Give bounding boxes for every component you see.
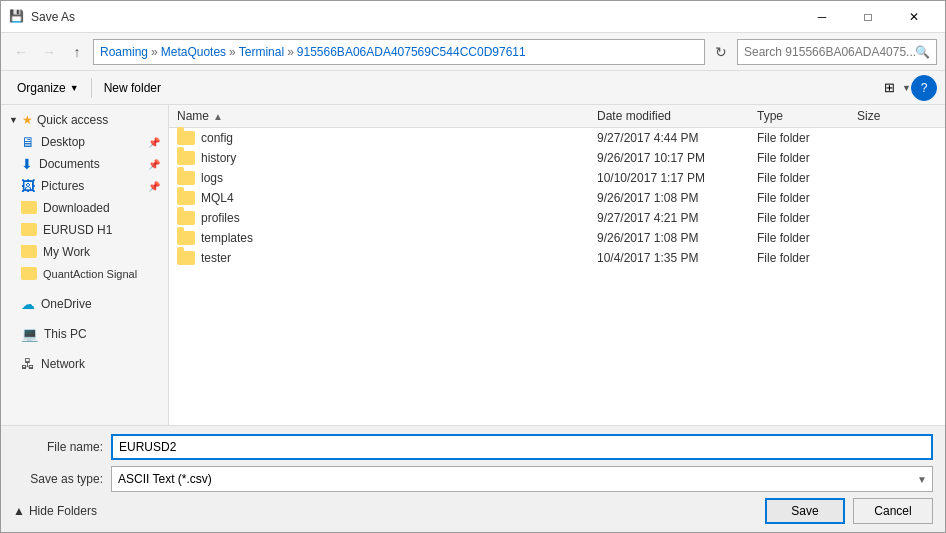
titlebar-buttons: ─ □ ✕ <box>799 1 937 33</box>
sidebar-item-pictures[interactable]: 🖼 Pictures 📌 <box>1 175 168 197</box>
view-button[interactable]: ⊞ <box>876 75 902 101</box>
documents-icon: ⬇ <box>21 156 33 172</box>
up-button[interactable]: ↑ <box>65 40 89 64</box>
sidebar-item-onedrive[interactable]: ☁ OneDrive <box>1 293 168 315</box>
minimize-button[interactable]: ─ <box>799 1 845 33</box>
file-date-cell: 9/26/2017 1:08 PM <box>597 191 757 205</box>
titlebar: 💾 Save As ─ □ ✕ <box>1 1 945 33</box>
quick-access-label: Quick access <box>37 113 108 127</box>
sidebar-item-downloaded[interactable]: Downloaded <box>1 197 168 219</box>
breadcrumb-arrow-2: » <box>229 45 236 59</box>
sidebar-eurusd-label: EURUSD H1 <box>43 223 112 237</box>
filename-input[interactable] <box>111 434 933 460</box>
sidebar-item-documents[interactable]: ⬇ Documents 📌 <box>1 153 168 175</box>
refresh-button[interactable]: ↻ <box>709 40 733 64</box>
table-row[interactable]: history 9/26/2017 10:17 PM File folder <box>169 148 945 168</box>
hide-folders-label: Hide Folders <box>29 504 97 518</box>
file-type-cell: File folder <box>757 131 857 145</box>
file-name-cell: tester <box>177 251 597 265</box>
file-name-text: templates <box>201 231 253 245</box>
file-name-cell: profiles <box>177 211 597 225</box>
file-name-text: logs <box>201 171 223 185</box>
search-bar[interactable]: 🔍 <box>737 39 937 65</box>
breadcrumb-folder: 915566BA06ADA407569C544CC0D97611 <box>297 45 526 59</box>
filetype-select[interactable]: ASCII Text (*.csv) CSV (*.csv) Text File… <box>111 466 933 492</box>
help-button[interactable]: ? <box>911 75 937 101</box>
folder-icon <box>177 131 195 145</box>
breadcrumb-terminal: Terminal <box>239 45 284 59</box>
view-icon: ⊞ <box>884 80 895 95</box>
sidebar-desktop-label: Desktop <box>41 135 85 149</box>
quantaction-folder-icon <box>21 266 37 282</box>
column-type[interactable]: Type <box>757 109 857 123</box>
file-name-text: tester <box>201 251 231 265</box>
quick-access-collapse-icon: ▼ <box>9 115 18 125</box>
file-date-cell: 9/26/2017 10:17 PM <box>597 151 757 165</box>
file-name-cell: templates <box>177 231 597 245</box>
pin-icon-desktop: 📌 <box>148 137 160 148</box>
filename-row: File name: <box>13 434 933 460</box>
file-type-cell: File folder <box>757 211 857 225</box>
file-name-text: history <box>201 151 236 165</box>
organize-button[interactable]: Organize ▼ <box>9 75 87 101</box>
pin-icon-pictures: 📌 <box>148 181 160 192</box>
sidebar-item-quantaction[interactable]: QuantAction Signal <box>1 263 168 285</box>
breadcrumb-arrow-3: » <box>287 45 294 59</box>
thispc-icon: 💻 <box>21 326 38 342</box>
bottom-panel: File name: Save as type: ASCII Text (*.c… <box>1 425 945 532</box>
breadcrumb[interactable]: Roaming » MetaQuotes » Terminal » 915566… <box>93 39 705 65</box>
folder-icon <box>177 211 195 225</box>
sidebar-item-mywork[interactable]: My Work <box>1 241 168 263</box>
downloaded-folder-icon <box>21 200 37 216</box>
table-row[interactable]: tester 10/4/2017 1:35 PM File folder <box>169 248 945 268</box>
sidebar-item-desktop[interactable]: 🖥 Desktop 📌 <box>1 131 168 153</box>
file-type-cell: File folder <box>757 231 857 245</box>
breadcrumb-arrow-1: » <box>151 45 158 59</box>
file-name-cell: config <box>177 131 597 145</box>
file-date-cell: 9/27/2017 4:21 PM <box>597 211 757 225</box>
file-name-text: config <box>201 131 233 145</box>
file-type-cell: File folder <box>757 171 857 185</box>
table-row[interactable]: logs 10/10/2017 1:17 PM File folder <box>169 168 945 188</box>
file-rows-container: config 9/27/2017 4:44 PM File folder his… <box>169 128 945 268</box>
close-button[interactable]: ✕ <box>891 1 937 33</box>
save-button[interactable]: Save <box>765 498 845 524</box>
breadcrumb-roaming: Roaming <box>100 45 148 59</box>
file-type-cell: File folder <box>757 151 857 165</box>
table-row[interactable]: config 9/27/2017 4:44 PM File folder <box>169 128 945 148</box>
file-name-cell: logs <box>177 171 597 185</box>
table-row[interactable]: profiles 9/27/2017 4:21 PM File folder <box>169 208 945 228</box>
new-folder-button[interactable]: New folder <box>96 75 169 101</box>
sidebar-mywork-label: My Work <box>43 245 90 259</box>
search-input[interactable] <box>744 45 915 59</box>
search-icon: 🔍 <box>915 45 930 59</box>
back-button[interactable]: ← <box>9 40 33 64</box>
organize-label: Organize <box>17 81 66 95</box>
filename-label: File name: <box>13 440 103 454</box>
file-name-cell: MQL4 <box>177 191 597 205</box>
pictures-icon: 🖼 <box>21 178 35 194</box>
cancel-button[interactable]: Cancel <box>853 498 933 524</box>
quick-access-header[interactable]: ▼ ★ Quick access <box>1 109 168 131</box>
file-type-cell: File folder <box>757 251 857 265</box>
column-date[interactable]: Date modified <box>597 109 757 123</box>
column-name[interactable]: Name ▲ <box>177 109 597 123</box>
sidebar-item-thispc[interactable]: 💻 This PC <box>1 323 168 345</box>
sidebar-item-eurusd[interactable]: EURUSD H1 <box>1 219 168 241</box>
sidebar-onedrive-label: OneDrive <box>41 297 92 311</box>
file-date-cell: 10/4/2017 1:35 PM <box>597 251 757 265</box>
sidebar-thispc-label: This PC <box>44 327 87 341</box>
new-folder-label: New folder <box>104 81 161 95</box>
hide-folders-button[interactable]: ▲ Hide Folders <box>13 504 97 518</box>
filetype-label: Save as type: <box>13 472 103 486</box>
sidebar-quantaction-label: QuantAction Signal <box>43 268 137 280</box>
column-size[interactable]: Size <box>857 109 937 123</box>
buttons-row: ▲ Hide Folders Save Cancel <box>13 498 933 524</box>
pin-icon-documents: 📌 <box>148 159 160 170</box>
toolbar-separator <box>91 78 92 98</box>
sidebar-item-network[interactable]: 🖧 Network <box>1 353 168 375</box>
maximize-button[interactable]: □ <box>845 1 891 33</box>
forward-button[interactable]: → <box>37 40 61 64</box>
table-row[interactable]: MQL4 9/26/2017 1:08 PM File folder <box>169 188 945 208</box>
table-row[interactable]: templates 9/26/2017 1:08 PM File folder <box>169 228 945 248</box>
